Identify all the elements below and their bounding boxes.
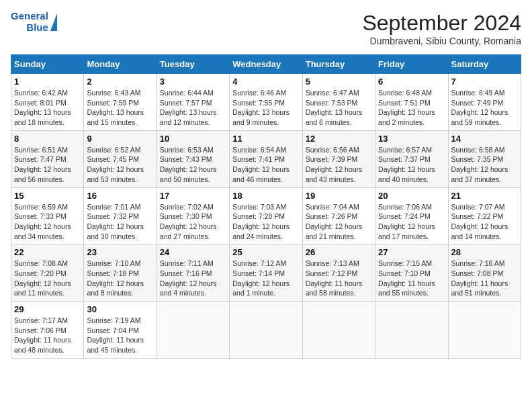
- calendar-cell: [448, 302, 521, 359]
- day-info: Sunrise: 6:43 AM Sunset: 7:59 PM Dayligh…: [87, 88, 153, 128]
- day-info: Sunrise: 7:16 AM Sunset: 7:08 PM Dayligh…: [451, 259, 518, 298]
- weekday-header: Monday: [84, 55, 157, 74]
- calendar-cell: 19Sunrise: 7:04 AM Sunset: 7:26 PM Dayli…: [302, 187, 375, 244]
- calendar-cell: 18Sunrise: 7:03 AM Sunset: 7:28 PM Dayli…: [230, 187, 302, 244]
- page-header: General Blue September 2024 Dumbraveni, …: [11, 11, 521, 46]
- day-number: 12: [306, 134, 372, 144]
- calendar-cell: 2Sunrise: 6:43 AM Sunset: 7:59 PM Daylig…: [84, 74, 157, 131]
- calendar-cell: [230, 302, 302, 359]
- calendar-cell: 13Sunrise: 6:57 AM Sunset: 7:37 PM Dayli…: [375, 130, 448, 187]
- calendar-header-row: SundayMondayTuesdayWednesdayThursdayFrid…: [11, 55, 521, 74]
- day-number: 1: [14, 77, 81, 87]
- calendar-week-row: 29Sunrise: 7:17 AM Sunset: 7:06 PM Dayli…: [11, 302, 521, 359]
- day-info: Sunrise: 6:44 AM Sunset: 7:57 PM Dayligh…: [160, 88, 226, 128]
- day-info: Sunrise: 7:15 AM Sunset: 7:10 PM Dayligh…: [378, 259, 445, 298]
- day-info: Sunrise: 6:56 AM Sunset: 7:39 PM Dayligh…: [306, 145, 372, 185]
- day-number: 25: [232, 247, 299, 257]
- calendar-cell: 3Sunrise: 6:44 AM Sunset: 7:57 PM Daylig…: [157, 74, 229, 131]
- day-number: 28: [451, 247, 518, 257]
- location-subtitle: Dumbraveni, Sibiu County, Romania: [362, 36, 521, 46]
- logo-general: General: [11, 11, 48, 22]
- day-info: Sunrise: 7:04 AM Sunset: 7:26 PM Dayligh…: [306, 202, 372, 242]
- day-info: Sunrise: 6:59 AM Sunset: 7:33 PM Dayligh…: [14, 202, 81, 242]
- logo-blue: Blue: [26, 22, 48, 34]
- day-number: 24: [160, 247, 226, 257]
- logo-icon: [50, 13, 57, 31]
- day-info: Sunrise: 6:51 AM Sunset: 7:47 PM Dayligh…: [14, 145, 81, 185]
- day-info: Sunrise: 6:46 AM Sunset: 7:55 PM Dayligh…: [232, 88, 299, 128]
- calendar-cell: 14Sunrise: 6:58 AM Sunset: 7:35 PM Dayli…: [448, 130, 521, 187]
- day-info: Sunrise: 7:02 AM Sunset: 7:30 PM Dayligh…: [160, 202, 226, 242]
- day-number: 27: [378, 247, 445, 257]
- day-info: Sunrise: 6:57 AM Sunset: 7:37 PM Dayligh…: [378, 145, 445, 185]
- calendar-week-row: 22Sunrise: 7:08 AM Sunset: 7:20 PM Dayli…: [11, 244, 521, 302]
- day-number: 11: [232, 134, 299, 144]
- day-info: Sunrise: 7:06 AM Sunset: 7:24 PM Dayligh…: [378, 202, 445, 242]
- day-number: 9: [87, 134, 153, 144]
- day-number: 21: [451, 191, 518, 201]
- day-number: 19: [306, 191, 372, 201]
- calendar-cell: 16Sunrise: 7:01 AM Sunset: 7:32 PM Dayli…: [84, 187, 157, 244]
- weekday-header: Friday: [375, 55, 448, 74]
- day-info: Sunrise: 7:07 AM Sunset: 7:22 PM Dayligh…: [451, 202, 518, 242]
- day-number: 23: [87, 247, 153, 257]
- weekday-header: Wednesday: [230, 55, 302, 74]
- calendar-cell: 26Sunrise: 7:13 AM Sunset: 7:12 PM Dayli…: [302, 244, 375, 302]
- calendar-cell: 7Sunrise: 6:49 AM Sunset: 7:49 PM Daylig…: [448, 74, 521, 131]
- day-number: 30: [87, 304, 153, 314]
- calendar-cell: 23Sunrise: 7:10 AM Sunset: 7:18 PM Dayli…: [84, 244, 157, 302]
- day-number: 8: [14, 134, 81, 144]
- calendar-cell: 30Sunrise: 7:19 AM Sunset: 7:04 PM Dayli…: [84, 302, 157, 359]
- day-info: Sunrise: 7:03 AM Sunset: 7:28 PM Dayligh…: [232, 202, 299, 242]
- day-info: Sunrise: 7:17 AM Sunset: 7:06 PM Dayligh…: [14, 316, 81, 355]
- calendar-cell: 1Sunrise: 6:42 AM Sunset: 8:01 PM Daylig…: [11, 74, 84, 131]
- calendar-cell: 28Sunrise: 7:16 AM Sunset: 7:08 PM Dayli…: [448, 244, 521, 302]
- calendar-cell: [375, 302, 448, 359]
- day-number: 17: [160, 191, 226, 201]
- day-number: 29: [14, 304, 81, 314]
- day-number: 5: [306, 77, 372, 87]
- day-info: Sunrise: 7:13 AM Sunset: 7:12 PM Dayligh…: [306, 259, 372, 298]
- month-title: September 2024: [362, 11, 521, 36]
- day-number: 14: [451, 134, 518, 144]
- day-info: Sunrise: 6:52 AM Sunset: 7:45 PM Dayligh…: [87, 145, 153, 185]
- calendar-cell: 8Sunrise: 6:51 AM Sunset: 7:47 PM Daylig…: [11, 130, 84, 187]
- day-number: 10: [160, 134, 226, 144]
- calendar-cell: 25Sunrise: 7:12 AM Sunset: 7:14 PM Dayli…: [230, 244, 302, 302]
- weekday-header: Saturday: [448, 55, 521, 74]
- day-info: Sunrise: 6:53 AM Sunset: 7:43 PM Dayligh…: [160, 145, 226, 185]
- calendar-cell: 15Sunrise: 6:59 AM Sunset: 7:33 PM Dayli…: [11, 187, 84, 244]
- day-info: Sunrise: 6:47 AM Sunset: 7:53 PM Dayligh…: [306, 88, 372, 128]
- day-number: 22: [14, 247, 81, 257]
- day-number: 26: [306, 247, 372, 257]
- day-info: Sunrise: 7:08 AM Sunset: 7:20 PM Dayligh…: [14, 259, 81, 298]
- day-info: Sunrise: 6:58 AM Sunset: 7:35 PM Dayligh…: [451, 145, 518, 185]
- calendar-cell: 9Sunrise: 6:52 AM Sunset: 7:45 PM Daylig…: [84, 130, 157, 187]
- calendar-cell: 20Sunrise: 7:06 AM Sunset: 7:24 PM Dayli…: [375, 187, 448, 244]
- day-info: Sunrise: 6:49 AM Sunset: 7:49 PM Dayligh…: [451, 88, 518, 128]
- calendar-cell: 4Sunrise: 6:46 AM Sunset: 7:55 PM Daylig…: [230, 74, 302, 131]
- calendar-cell: 10Sunrise: 6:53 AM Sunset: 7:43 PM Dayli…: [157, 130, 229, 187]
- calendar-cell: 6Sunrise: 6:48 AM Sunset: 7:51 PM Daylig…: [375, 74, 448, 131]
- calendar-week-row: 8Sunrise: 6:51 AM Sunset: 7:47 PM Daylig…: [11, 130, 521, 187]
- day-number: 4: [232, 77, 299, 87]
- weekday-header: Sunday: [11, 55, 84, 74]
- day-number: 15: [14, 191, 81, 201]
- logo: General Blue: [11, 11, 57, 33]
- calendar-cell: 22Sunrise: 7:08 AM Sunset: 7:20 PM Dayli…: [11, 244, 84, 302]
- calendar-cell: 29Sunrise: 7:17 AM Sunset: 7:06 PM Dayli…: [11, 302, 84, 359]
- day-info: Sunrise: 7:11 AM Sunset: 7:16 PM Dayligh…: [160, 259, 226, 298]
- day-number: 20: [378, 191, 445, 201]
- calendar-cell: 5Sunrise: 6:47 AM Sunset: 7:53 PM Daylig…: [302, 74, 375, 131]
- day-info: Sunrise: 6:54 AM Sunset: 7:41 PM Dayligh…: [232, 145, 299, 185]
- calendar-cell: [302, 302, 375, 359]
- day-info: Sunrise: 7:12 AM Sunset: 7:14 PM Dayligh…: [232, 259, 299, 298]
- day-number: 3: [160, 77, 226, 87]
- calendar-cell: [157, 302, 229, 359]
- day-info: Sunrise: 7:01 AM Sunset: 7:32 PM Dayligh…: [87, 202, 153, 242]
- calendar-cell: 21Sunrise: 7:07 AM Sunset: 7:22 PM Dayli…: [448, 187, 521, 244]
- day-number: 13: [378, 134, 445, 144]
- weekday-header: Thursday: [302, 55, 375, 74]
- day-info: Sunrise: 6:42 AM Sunset: 8:01 PM Dayligh…: [14, 88, 81, 128]
- day-info: Sunrise: 6:48 AM Sunset: 7:51 PM Dayligh…: [378, 88, 445, 128]
